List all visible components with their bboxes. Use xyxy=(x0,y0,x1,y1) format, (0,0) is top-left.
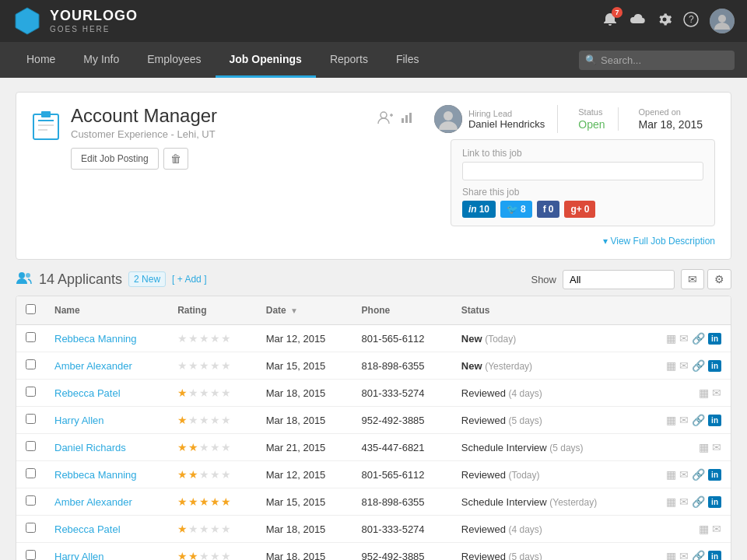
email-icon[interactable]: ✉ xyxy=(679,468,689,481)
view-icon[interactable]: ▦ xyxy=(666,495,676,508)
view-icon[interactable]: ▦ xyxy=(666,359,676,372)
view-icon[interactable]: ▦ xyxy=(699,523,709,535)
applicant-name-link[interactable]: Rebbeca Manning xyxy=(54,469,137,481)
job-subtitle: Customer Experience - Lehi, UT xyxy=(71,128,217,140)
applicant-name-link[interactable]: Amber Alexander xyxy=(54,496,132,508)
edit-job-button[interactable]: Edit Job Posting xyxy=(71,148,159,170)
applicants-table-wrap: Name Rating Date ▼ Phone Status Rebbeca … xyxy=(16,296,731,560)
link-icon[interactable]: 🔗 xyxy=(692,550,705,560)
header-date[interactable]: Date ▼ xyxy=(257,296,352,325)
star-icon: ★ xyxy=(199,523,209,535)
email-icon[interactable]: ✉ xyxy=(679,495,689,508)
link-icon[interactable]: 🔗 xyxy=(692,495,705,508)
linkedin-profile-icon[interactable]: in xyxy=(708,333,721,345)
applicant-name-link[interactable]: Rebecca Patel xyxy=(54,523,121,535)
star-icon: ★ xyxy=(177,495,188,508)
linkedin-count: 10 xyxy=(479,204,489,215)
delete-job-button[interactable]: 🗑 xyxy=(163,148,188,170)
row-checkbox[interactable] xyxy=(26,495,36,506)
status-value: Reviewed xyxy=(461,415,506,426)
linkedin-profile-icon[interactable]: in xyxy=(708,415,721,426)
row-checkbox[interactable] xyxy=(26,550,36,560)
view-icon[interactable]: ▦ xyxy=(699,441,709,453)
star-icon: ★ xyxy=(188,387,198,399)
star-icon: ★ xyxy=(221,550,231,560)
settings-icon[interactable] xyxy=(657,12,672,31)
row-checkbox[interactable] xyxy=(26,441,36,451)
svg-point-19 xyxy=(26,273,30,278)
status-label: Status xyxy=(578,107,605,117)
link-icon[interactable]: 🔗 xyxy=(692,468,705,481)
applicant-rating-cell: ★★★★★ xyxy=(168,543,257,561)
share-linkedin-button[interactable]: in 10 xyxy=(462,201,496,218)
email-icon[interactable]: ✉ xyxy=(679,332,689,345)
share-twitter-button[interactable]: 🐦 8 xyxy=(500,201,532,218)
applicant-name-link[interactable]: Rebbeca Manning xyxy=(54,333,137,345)
linkedin-profile-icon[interactable]: in xyxy=(708,360,721,372)
email-icon[interactable]: ✉ xyxy=(679,359,689,372)
notifications-icon[interactable]: 7 xyxy=(602,12,618,31)
applicant-phone-cell: 801-333-5274 xyxy=(352,516,452,543)
email-icon[interactable]: ✉ xyxy=(679,550,689,560)
share-google-button[interactable]: g+ 0 xyxy=(564,201,595,218)
add-person-icon[interactable] xyxy=(377,110,394,128)
applicants-icon xyxy=(16,271,33,289)
row-checkbox[interactable] xyxy=(26,387,36,397)
applicant-name-link[interactable]: Rebecca Patel xyxy=(54,387,121,399)
row-checkbox[interactable] xyxy=(26,523,36,533)
search-input[interactable] xyxy=(579,51,735,70)
star-icon: ★ xyxy=(188,550,198,560)
link-icon[interactable]: 🔗 xyxy=(692,414,705,426)
view-icon[interactable]: ▦ xyxy=(699,387,709,399)
applicant-name-link[interactable]: Harry Allen xyxy=(54,551,104,561)
nav-my-info[interactable]: My Info xyxy=(69,42,133,78)
status-sub: (5 days) xyxy=(509,551,542,561)
svg-point-4 xyxy=(718,15,726,23)
applicant-name-link[interactable]: Harry Allen xyxy=(54,415,104,426)
add-applicant-link[interactable]: [ + Add ] xyxy=(172,274,206,285)
row-checkbox[interactable] xyxy=(26,468,36,478)
user-avatar[interactable] xyxy=(710,9,735,33)
link-icon[interactable]: 🔗 xyxy=(692,359,705,372)
nav-job-openings[interactable]: Job Openings xyxy=(216,42,316,78)
applicant-name-link[interactable]: Daniel Richards xyxy=(54,442,126,453)
applicant-phone-cell: 952-492-3885 xyxy=(352,407,452,434)
nav-home[interactable]: Home xyxy=(12,42,69,78)
row-checkbox[interactable] xyxy=(26,359,36,369)
star-icon: ★ xyxy=(199,387,209,399)
nav-employees[interactable]: Employees xyxy=(133,42,215,78)
nav-files[interactable]: Files xyxy=(382,42,433,78)
email-icon[interactable]: ✉ xyxy=(712,523,721,535)
linkedin-profile-icon[interactable]: in xyxy=(708,496,721,508)
linkedin-profile-icon[interactable]: in xyxy=(708,469,721,481)
applicant-name-link[interactable]: Amber Alexander xyxy=(54,360,132,372)
cloud-icon[interactable] xyxy=(629,12,646,30)
share-facebook-button[interactable]: f 0 xyxy=(537,201,560,218)
nav-reports[interactable]: Reports xyxy=(316,42,382,78)
applicant-date-cell: Mar 18, 2015 xyxy=(257,380,352,407)
view-icon[interactable]: ▦ xyxy=(666,332,676,345)
email-icon[interactable]: ✉ xyxy=(712,441,721,453)
status-sub: (Yesterday) xyxy=(549,497,597,508)
link-icon[interactable]: 🔗 xyxy=(692,332,705,345)
job-link-input[interactable] xyxy=(462,162,703,180)
chart-icon[interactable] xyxy=(400,110,414,128)
row-checkbox[interactable] xyxy=(26,414,36,424)
select-all-checkbox[interactable] xyxy=(26,304,36,314)
email-action-button[interactable]: ✉ xyxy=(681,269,704,289)
email-icon[interactable]: ✉ xyxy=(679,414,689,426)
email-icon[interactable]: ✉ xyxy=(712,387,721,399)
view-icon[interactable]: ▦ xyxy=(666,550,676,560)
row-actions-cell: ▦ ✉ xyxy=(640,434,731,461)
linkedin-profile-icon[interactable]: in xyxy=(708,551,721,561)
show-filter-select[interactable]: All New Reviewed Schedule Interview xyxy=(563,270,675,289)
status-value: Reviewed xyxy=(461,469,506,481)
view-icon[interactable]: ▦ xyxy=(666,468,676,481)
view-icon[interactable]: ▦ xyxy=(666,414,676,426)
link-section: Link to this job xyxy=(462,148,703,187)
view-full-description-link[interactable]: ▾ View Full Job Description xyxy=(603,236,715,247)
row-checkbox[interactable] xyxy=(26,332,36,342)
top-icons: 7 ? xyxy=(602,9,735,33)
settings-action-button[interactable]: ⚙ xyxy=(707,269,731,289)
help-icon[interactable]: ? xyxy=(683,12,699,31)
